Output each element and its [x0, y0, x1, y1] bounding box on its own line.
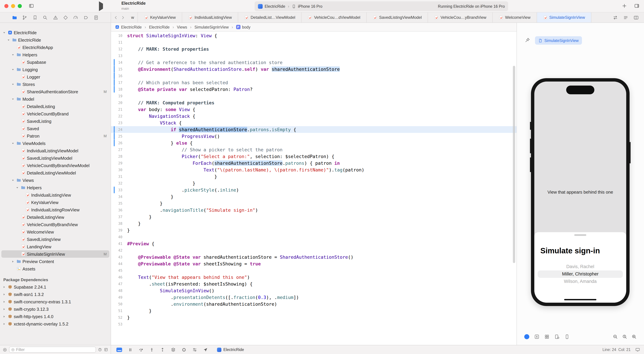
- file-tree-item[interactable]: DetailedListingViewModel: [0, 169, 111, 176]
- close-window-button[interactable]: [4, 4, 8, 8]
- disclosure-right-icon[interactable]: [2, 285, 6, 288]
- editor-layout-button[interactable]: [634, 3, 639, 9]
- picker-row[interactable]: Wilson, Amanda: [538, 278, 623, 285]
- line-number[interactable]: 27: [111, 146, 127, 153]
- code-line[interactable]: 14 // Get a reference to the shared auth…: [111, 59, 516, 66]
- editor-tab[interactable]: WelcomeView: [493, 13, 537, 23]
- line-number[interactable]: 42: [111, 247, 127, 254]
- pin-preview-icon[interactable]: [525, 38, 530, 43]
- code-line[interactable]: 21 var body: some View {: [111, 106, 516, 113]
- line-number[interactable]: 25: [111, 133, 127, 140]
- code-review-icon[interactable]: [613, 15, 618, 20]
- device-screen[interactable]: View that appears behind this one Simula…: [534, 82, 626, 303]
- code-line[interactable]: 34 }: [111, 193, 516, 200]
- code-line[interactable]: 10struct SimulateSignInView: View {: [111, 32, 516, 39]
- editor-tab[interactable]: SimulateSignInView: [537, 13, 591, 23]
- add-editor-icon[interactable]: [634, 15, 639, 20]
- show-recent-files-icon[interactable]: [98, 348, 102, 352]
- line-number[interactable]: 12: [111, 46, 127, 52]
- code-line[interactable]: 22 NavigationStack {: [111, 113, 516, 119]
- sheet-grabber[interactable]: [574, 234, 586, 236]
- device-icon[interactable]: [564, 334, 570, 339]
- line-number[interactable]: 22: [111, 113, 127, 119]
- run-button[interactable]: [99, 4, 103, 9]
- zoom-out-icon[interactable]: [613, 334, 618, 339]
- line-number[interactable]: 33: [111, 187, 127, 193]
- breakpoints-navigator-icon[interactable]: [83, 15, 88, 20]
- line-number[interactable]: 23: [111, 119, 127, 126]
- disclosure-right-icon[interactable]: [2, 315, 6, 318]
- line-number[interactable]: 10: [111, 32, 127, 39]
- breadcrumb-folder[interactable]: Views: [177, 25, 187, 29]
- file-tree-item[interactable]: SimulateSignInViewM: [0, 250, 111, 258]
- file-tree-item[interactable]: Views: [0, 176, 111, 184]
- toggle-navigator-button[interactable]: [29, 3, 34, 9]
- code-line[interactable]: 30 Text("\(patron.lastName), \(patron.fi…: [111, 166, 516, 173]
- file-tree-item[interactable]: Stores: [0, 81, 111, 88]
- line-number[interactable]: 19: [111, 93, 127, 99]
- code-line[interactable]: 33 .pickerStyle(.inline): [111, 187, 516, 193]
- breadcrumb-file[interactable]: SimulateSignInView: [194, 25, 228, 29]
- file-tree-item[interactable]: Assets: [0, 265, 111, 272]
- step-out-icon[interactable]: [160, 347, 165, 352]
- project-navigator-icon[interactable]: [12, 15, 17, 20]
- device-settings-icon[interactable]: [554, 334, 560, 339]
- editor-tab[interactable]: w: [128, 13, 138, 23]
- code-line[interactable]: 16: [111, 73, 516, 79]
- code-line[interactable]: 31 }: [111, 173, 516, 180]
- line-number[interactable]: 26: [111, 140, 127, 146]
- file-tree-item[interactable]: WelcomeView: [0, 228, 111, 236]
- add-tab-button[interactable]: [622, 3, 627, 9]
- code-line[interactable]: 13: [111, 52, 516, 59]
- disclosure-down-icon[interactable]: [11, 68, 15, 71]
- file-tree-item[interactable]: SavedListingView: [0, 236, 111, 243]
- file-tree-item[interactable]: LandingView: [0, 243, 111, 250]
- breadcrumb-symbol[interactable]: P body: [236, 25, 250, 29]
- code-line[interactable]: 44 @Previewable @State var sheetIsShowin…: [111, 260, 516, 267]
- breadcrumb-group[interactable]: ElectricRide: [149, 25, 170, 29]
- disclosure-down-icon[interactable]: [11, 98, 15, 101]
- line-number[interactable]: 32: [111, 180, 127, 187]
- file-tree-item[interactable]: Saved: [0, 125, 111, 132]
- code-line[interactable]: 36 .navigationTitle("Simulate sign-in"): [111, 207, 516, 213]
- disclosure-down-icon[interactable]: [11, 83, 15, 86]
- step-into-icon[interactable]: [149, 347, 154, 352]
- file-tree-item[interactable]: Helpers: [0, 51, 111, 58]
- scheme-selector[interactable]: ElectricRide iPhone 16 Pro: [258, 4, 322, 9]
- zoom-window-button[interactable]: [18, 4, 22, 8]
- line-number[interactable]: 36: [111, 207, 127, 213]
- zoom-in-icon[interactable]: [632, 334, 636, 339]
- line-number[interactable]: 45: [111, 267, 127, 274]
- code-line[interactable]: 51 }: [111, 307, 516, 314]
- editor-tab[interactable]: VehicleCou…dViewModel: [302, 13, 367, 23]
- file-tree-item[interactable]: Preview Content: [0, 258, 111, 265]
- file-tree-item[interactable]: Logging: [0, 66, 111, 73]
- add-file-icon[interactable]: [3, 347, 7, 352]
- code-line[interactable]: 40: [111, 233, 516, 240]
- file-tree-item[interactable]: DetailedListingView: [0, 213, 111, 221]
- preview-tab[interactable]: SimulateSignInView: [535, 36, 582, 45]
- code-line[interactable]: 37 }: [111, 213, 516, 220]
- line-number[interactable]: 49: [111, 294, 127, 301]
- code-line[interactable]: 35 }: [111, 200, 516, 207]
- memory-graph-icon[interactable]: [182, 347, 186, 352]
- file-tree-item[interactable]: VehicleCountByBrandView: [0, 221, 111, 228]
- line-number[interactable]: 17: [111, 79, 127, 86]
- line-number[interactable]: 44: [111, 260, 127, 267]
- line-number[interactable]: 47: [111, 280, 127, 287]
- file-tree-item[interactable]: SavedListingViewModel: [0, 154, 111, 162]
- debug-navigator-icon[interactable]: [73, 15, 78, 20]
- code-line[interactable]: 32 }: [111, 180, 516, 187]
- file-tree-item[interactable]: PatronM: [0, 132, 111, 140]
- line-number[interactable]: 39: [111, 227, 127, 233]
- line-number[interactable]: 40: [111, 233, 127, 240]
- file-tree-item[interactable]: IndividualListingViewModel: [0, 147, 111, 154]
- code-line[interactable]: 11: [111, 39, 516, 46]
- code-line[interactable]: 26 } else {: [111, 140, 516, 146]
- line-number[interactable]: 53: [111, 321, 127, 327]
- file-tree-item[interactable]: VehicleCountByBrandViewModel: [0, 162, 111, 169]
- code-line[interactable]: 38 }: [111, 220, 516, 227]
- file-tree-item[interactable]: DetailedListing: [0, 103, 111, 110]
- line-number[interactable]: 13: [111, 52, 127, 59]
- code-line[interactable]: 17 // Which patron has been selected: [111, 79, 516, 86]
